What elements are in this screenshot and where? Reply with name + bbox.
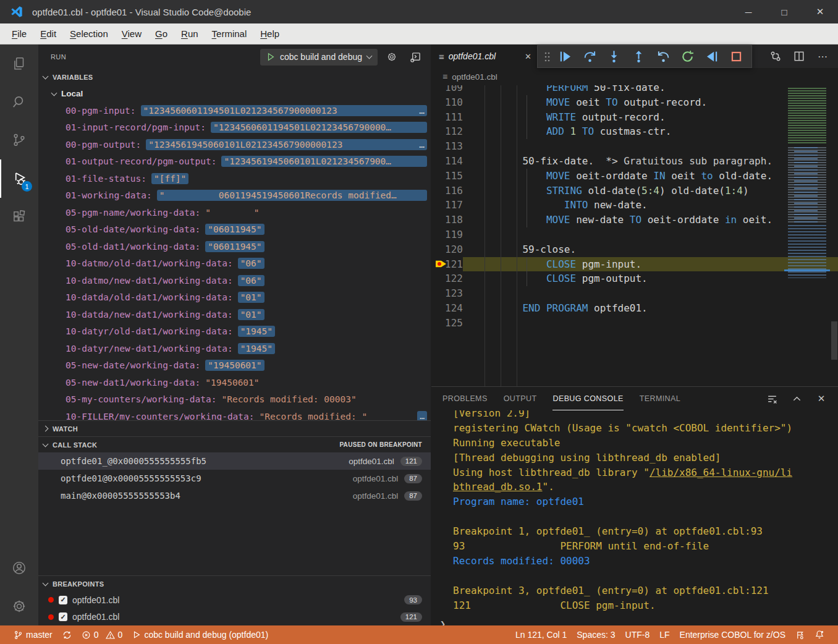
code-line-119[interactable]: 119 — [431, 227, 838, 242]
menu-selection[interactable]: Selection — [63, 26, 115, 41]
menu-view[interactable]: View — [115, 26, 148, 41]
variable-row[interactable]: 10-datmo/old-dat1/working-data:"06" — [38, 255, 431, 273]
scrollbar-slider[interactable] — [831, 321, 837, 360]
call-stack-frame[interactable]: main@0x00005555555553b4optfde01.cbl87 — [38, 487, 431, 504]
code-line-116[interactable]: 116 STRING old-date(5:4) old-date(1:4) — [431, 184, 838, 198]
tab-optfde01[interactable]: ≡ optfde01.cbl ✕ — [431, 44, 538, 68]
toolbar-drag-handle[interactable] — [543, 48, 551, 66]
panel-tab-problems[interactable]: PROBLEMS — [442, 387, 488, 410]
menu-help[interactable]: Help — [253, 26, 286, 41]
console-link[interactable]: bthread_db.so.1 — [453, 481, 543, 493]
debug-console[interactable]: [Version 2.9]registering CWatch (Usage i… — [431, 410, 838, 625]
menu-go[interactable]: Go — [148, 26, 174, 41]
feedback-icon[interactable] — [790, 625, 810, 644]
notifications-bell-icon[interactable] — [810, 625, 829, 644]
code-line-125[interactable]: 125 — [431, 316, 838, 331]
launch-settings-gear-icon[interactable] — [383, 48, 401, 66]
code-editor[interactable]: 109 PERFORM 50-fix-date.110 MOVE oeit TO… — [431, 85, 838, 386]
code-line-110[interactable]: 110 MOVE oeit TO output-record. — [431, 95, 838, 110]
panel-tab-terminal[interactable]: TERMINAL — [640, 387, 680, 410]
search-icon[interactable] — [0, 83, 38, 121]
variable-row[interactable]: 10-datda/new-dat1/working-data:"01" — [38, 306, 431, 323]
menu-run[interactable]: Run — [174, 26, 205, 41]
launch-config-dropdown[interactable]: cobc build and debug — [260, 49, 378, 66]
variable-row[interactable]: 01-output-record/pgm-output:"12345619450… — [38, 153, 431, 171]
code-line-111[interactable]: 111 WRITE output-record. — [431, 110, 838, 125]
step-over-icon[interactable] — [580, 48, 600, 66]
maximize-panel-icon[interactable] — [789, 391, 804, 406]
code-line-109[interactable]: 109 PERFORM 50-fix-date. — [431, 85, 838, 95]
editor-scrollbar[interactable] — [830, 85, 838, 386]
variable-row[interactable]: 00-pgm-output:"1234561945060101L02123456… — [38, 136, 431, 153]
breakpoints-section-header[interactable]: BREAKPOINTS — [38, 575, 431, 591]
explorer-icon[interactable] — [0, 44, 38, 83]
extensions-icon[interactable] — [0, 198, 38, 236]
start-debugging-icon[interactable] — [266, 53, 275, 61]
close-button[interactable]: ✕ — [802, 0, 838, 23]
split-editor-icon[interactable] — [790, 48, 808, 65]
call-stack-frame[interactable]: optfde01_@0x0000555555555fb5optfde01.cbl… — [38, 452, 431, 470]
code-line-121[interactable]: 121 CLOSE pgm-input. — [431, 257, 838, 272]
language-mode[interactable]: Enterprise COBOL for z/OS — [675, 625, 790, 644]
watch-section-header[interactable]: WATCH — [38, 420, 431, 436]
encoding-indicator[interactable]: UTF-8 — [620, 625, 655, 644]
variable-row[interactable]: 01-file-status:"[ff]" — [38, 170, 431, 187]
code-line-124[interactable]: 124 END PROGRAM optfde01. — [431, 301, 838, 316]
panel-tab-output[interactable]: OUTPUT — [504, 387, 537, 410]
account-icon[interactable] — [0, 549, 38, 587]
code-line-114[interactable]: 114 50-fix-date. *> Gratuitous sub parag… — [431, 154, 838, 169]
open-changes-icon[interactable] — [767, 48, 784, 65]
variable-row[interactable]: 01-working-data:" 0601194519450601Record… — [38, 187, 431, 205]
code-line-122[interactable]: 122 CLOSE pgm-output. — [431, 271, 838, 286]
debug-target-indicator[interactable]: cobc build and debug (optfde01) — [127, 625, 273, 644]
source-control-icon[interactable] — [0, 121, 38, 159]
code-line-123[interactable]: 123 — [431, 286, 838, 301]
continue-icon[interactable] — [555, 48, 575, 66]
filter-console-icon[interactable] — [764, 391, 779, 406]
breakpoint-checkbox[interactable] — [59, 612, 67, 621]
variable-row[interactable]: 10-datyr/old-dat1/working-data:"1945" — [38, 323, 431, 341]
variable-row[interactable]: 10-datyr/new-dat1/working-data:"1945" — [38, 340, 431, 357]
breakpoint-checkbox[interactable] — [59, 596, 67, 604]
step-back-icon[interactable] — [653, 48, 674, 66]
close-panel-icon[interactable]: ✕ — [814, 391, 829, 406]
code-line-120[interactable]: 120 59-close. — [431, 242, 838, 257]
variable-row[interactable]: 10-datmo/new-dat1/working-data:"06" — [38, 272, 431, 289]
code-line-112[interactable]: 112 ADD 1 TO custmas-ctr. — [431, 124, 838, 139]
code-line-117[interactable]: 117 INTO new-date. — [431, 198, 838, 213]
call-stack-section-header[interactable]: CALL STACK PAUSED ON BREAKPOINT — [38, 436, 431, 452]
variable-row[interactable]: 01-input-record/pgm-input:"1234560601194… — [38, 119, 431, 137]
problems-indicator[interactable]: 0 0 — [77, 625, 128, 644]
minimap[interactable] — [784, 85, 830, 382]
panel-tab-debug-console[interactable]: DEBUG CONSOLE — [552, 387, 623, 410]
console-link[interactable]: /lib/x86_64-linux-gnu/li — [650, 467, 792, 478]
branch-indicator[interactable]: master — [9, 625, 57, 644]
variable-row[interactable]: 05-my-counters/working-data:"Records mod… — [38, 391, 431, 409]
variable-row[interactable]: 05-pgm-name/working-data:" " — [38, 204, 431, 221]
debug-console-icon[interactable] — [406, 48, 425, 66]
breakpoint-row[interactable]: optfde01.cbl93 — [38, 591, 431, 609]
sync-icon[interactable] — [57, 625, 77, 644]
menu-terminal[interactable]: Terminal — [205, 26, 254, 41]
code-line-113[interactable]: 113 — [431, 139, 838, 154]
call-stack-frame[interactable]: optfde01@0x00005555555553c9optfde01.cbl8… — [38, 470, 431, 487]
menu-file[interactable]: File — [5, 26, 33, 41]
variable-row[interactable]: 05-new-date/working-data:"19450601" — [38, 357, 431, 375]
variable-row[interactable]: 10-datda/old-dat1/working-data:"01" — [38, 289, 431, 307]
variable-row[interactable]: 05-old-date/working-data:"06011945" — [38, 221, 431, 239]
stop-icon[interactable] — [726, 48, 747, 66]
scope-local[interactable]: Local — [38, 85, 431, 102]
variable-row[interactable]: 10-FILLER/my-counters/working-data:"Reco… — [38, 408, 431, 420]
reverse-continue-icon[interactable] — [702, 48, 722, 66]
maximize-button[interactable]: □ — [766, 0, 802, 23]
breadcrumb-file[interactable]: optfde01.cbl — [452, 72, 497, 82]
step-into-icon[interactable] — [604, 48, 625, 66]
code-line-118[interactable]: 118 MOVE new-date TO oeit-orddate in oei… — [431, 213, 838, 227]
minimize-button[interactable]: ─ — [730, 0, 766, 23]
run-and-debug-icon[interactable]: 1 — [0, 159, 38, 198]
variables-section-header[interactable]: VARIABLES — [38, 69, 431, 85]
breadcrumb[interactable]: ≡ optfde01.cbl — [431, 68, 838, 85]
breakpoint-row[interactable]: optfde01.cbl121 — [38, 609, 431, 626]
code-line-115[interactable]: 115 MOVE oeit-orddate IN oeit to old-dat… — [431, 169, 838, 184]
variable-row[interactable]: 05-new-dat1/working-data:"19450601" — [38, 374, 431, 391]
